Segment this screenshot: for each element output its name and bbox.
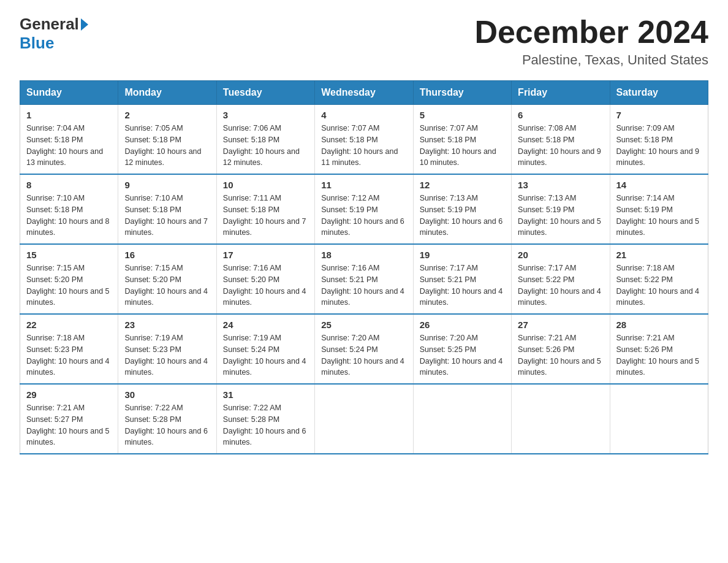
calendar-cell: 25Sunrise: 7:20 AMSunset: 5:24 PMDayligh… [315, 314, 413, 384]
day-number: 26 [420, 320, 505, 330]
day-info: Sunrise: 7:21 AMSunset: 5:26 PMDaylight:… [518, 332, 603, 378]
day-number: 31 [223, 389, 308, 400]
day-info: Sunrise: 7:09 AMSunset: 5:18 PMDaylight:… [616, 123, 702, 169]
day-info: Sunrise: 7:21 AMSunset: 5:27 PMDaylight:… [26, 402, 112, 448]
month-title: December 2024 [474, 15, 708, 50]
day-number: 21 [616, 250, 702, 260]
calendar-cell: 22Sunrise: 7:18 AMSunset: 5:23 PMDayligh… [20, 314, 118, 384]
calendar-cell: 28Sunrise: 7:21 AMSunset: 5:26 PMDayligh… [610, 314, 708, 384]
day-info: Sunrise: 7:13 AMSunset: 5:19 PMDaylight:… [420, 193, 505, 239]
day-info: Sunrise: 7:10 AMSunset: 5:18 PMDaylight:… [124, 193, 210, 239]
day-info: Sunrise: 7:08 AMSunset: 5:18 PMDaylight:… [518, 123, 603, 169]
week-row-1: 8Sunrise: 7:10 AMSunset: 5:18 PMDaylight… [20, 174, 708, 244]
day-info: Sunrise: 7:17 AMSunset: 5:21 PMDaylight:… [420, 262, 505, 308]
day-number: 10 [223, 180, 308, 190]
day-info: Sunrise: 7:11 AMSunset: 5:18 PMDaylight:… [223, 193, 308, 239]
page-header: General Blue December 2024 Palestine, Te… [20, 15, 708, 68]
calendar-cell: 14Sunrise: 7:14 AMSunset: 5:19 PMDayligh… [610, 174, 708, 244]
day-number: 3 [223, 110, 308, 120]
day-info: Sunrise: 7:15 AMSunset: 5:20 PMDaylight:… [124, 262, 210, 308]
calendar-table: SundayMondayTuesdayWednesdayThursdayFrid… [20, 80, 708, 454]
calendar-cell [610, 384, 708, 454]
calendar-cell: 9Sunrise: 7:10 AMSunset: 5:18 PMDaylight… [118, 174, 216, 244]
calendar-cell: 16Sunrise: 7:15 AMSunset: 5:20 PMDayligh… [118, 244, 216, 314]
day-info: Sunrise: 7:22 AMSunset: 5:28 PMDaylight:… [223, 402, 308, 448]
week-row-0: 1Sunrise: 7:04 AMSunset: 5:18 PMDaylight… [20, 105, 708, 175]
week-row-4: 29Sunrise: 7:21 AMSunset: 5:27 PMDayligh… [20, 384, 708, 454]
day-number: 6 [518, 110, 603, 120]
calendar-cell: 21Sunrise: 7:18 AMSunset: 5:22 PMDayligh… [610, 244, 708, 314]
calendar-cell: 4Sunrise: 7:07 AMSunset: 5:18 PMDaylight… [315, 105, 413, 175]
calendar-cell: 24Sunrise: 7:19 AMSunset: 5:24 PMDayligh… [216, 314, 314, 384]
calendar-cell: 29Sunrise: 7:21 AMSunset: 5:27 PMDayligh… [20, 384, 118, 454]
header-sunday: Sunday [20, 81, 118, 105]
day-info: Sunrise: 7:16 AMSunset: 5:21 PMDaylight:… [321, 262, 406, 308]
day-number: 1 [26, 110, 112, 120]
day-info: Sunrise: 7:22 AMSunset: 5:28 PMDaylight:… [124, 402, 210, 448]
day-info: Sunrise: 7:04 AMSunset: 5:18 PMDaylight:… [26, 123, 112, 169]
day-number: 23 [124, 320, 210, 330]
day-info: Sunrise: 7:12 AMSunset: 5:19 PMDaylight:… [321, 193, 406, 239]
calendar-cell: 31Sunrise: 7:22 AMSunset: 5:28 PMDayligh… [216, 384, 314, 454]
day-number: 9 [124, 180, 210, 190]
day-number: 19 [420, 250, 505, 260]
day-number: 4 [321, 110, 406, 120]
calendar-body: 1Sunrise: 7:04 AMSunset: 5:18 PMDaylight… [20, 105, 708, 454]
day-number: 5 [420, 110, 505, 120]
day-number: 27 [518, 320, 603, 330]
day-info: Sunrise: 7:19 AMSunset: 5:23 PMDaylight:… [124, 332, 210, 378]
calendar-header: SundayMondayTuesdayWednesdayThursdayFrid… [20, 81, 708, 105]
calendar-cell: 10Sunrise: 7:11 AMSunset: 5:18 PMDayligh… [216, 174, 314, 244]
day-info: Sunrise: 7:15 AMSunset: 5:20 PMDaylight:… [26, 262, 112, 308]
calendar-cell: 3Sunrise: 7:06 AMSunset: 5:18 PMDaylight… [216, 105, 314, 175]
header-tuesday: Tuesday [216, 81, 314, 105]
day-info: Sunrise: 7:10 AMSunset: 5:18 PMDaylight:… [26, 193, 112, 239]
day-number: 2 [124, 110, 210, 120]
day-info: Sunrise: 7:06 AMSunset: 5:18 PMDaylight:… [223, 123, 308, 169]
day-number: 13 [518, 180, 603, 190]
day-number: 15 [26, 250, 112, 260]
calendar-cell: 8Sunrise: 7:10 AMSunset: 5:18 PMDaylight… [20, 174, 118, 244]
calendar-cell: 5Sunrise: 7:07 AMSunset: 5:18 PMDaylight… [413, 105, 511, 175]
day-number: 16 [124, 250, 210, 260]
calendar-cell: 26Sunrise: 7:20 AMSunset: 5:25 PMDayligh… [413, 314, 511, 384]
day-number: 22 [26, 320, 112, 330]
calendar-cell: 1Sunrise: 7:04 AMSunset: 5:18 PMDaylight… [20, 105, 118, 175]
day-info: Sunrise: 7:21 AMSunset: 5:26 PMDaylight:… [616, 332, 702, 378]
header-thursday: Thursday [413, 81, 511, 105]
day-number: 8 [26, 180, 112, 190]
logo-arrow-icon [81, 18, 88, 31]
week-row-2: 15Sunrise: 7:15 AMSunset: 5:20 PMDayligh… [20, 244, 708, 314]
logo: General Blue [20, 15, 88, 53]
day-number: 25 [321, 320, 406, 330]
day-number: 17 [223, 250, 308, 260]
day-info: Sunrise: 7:18 AMSunset: 5:22 PMDaylight:… [616, 262, 702, 308]
logo-blue-text: Blue [20, 34, 54, 52]
day-info: Sunrise: 7:07 AMSunset: 5:18 PMDaylight:… [321, 123, 406, 169]
day-info: Sunrise: 7:20 AMSunset: 5:25 PMDaylight:… [420, 332, 505, 378]
day-info: Sunrise: 7:20 AMSunset: 5:24 PMDaylight:… [321, 332, 406, 378]
calendar-cell: 17Sunrise: 7:16 AMSunset: 5:20 PMDayligh… [216, 244, 314, 314]
day-info: Sunrise: 7:05 AMSunset: 5:18 PMDaylight:… [124, 123, 210, 169]
day-number: 7 [616, 110, 702, 120]
calendar-cell: 13Sunrise: 7:13 AMSunset: 5:19 PMDayligh… [512, 174, 610, 244]
calendar-cell: 20Sunrise: 7:17 AMSunset: 5:22 PMDayligh… [512, 244, 610, 314]
calendar-cell: 2Sunrise: 7:05 AMSunset: 5:18 PMDaylight… [118, 105, 216, 175]
day-number: 29 [26, 389, 112, 400]
calendar-cell: 11Sunrise: 7:12 AMSunset: 5:19 PMDayligh… [315, 174, 413, 244]
calendar-cell: 27Sunrise: 7:21 AMSunset: 5:26 PMDayligh… [512, 314, 610, 384]
header-friday: Friday [512, 81, 610, 105]
calendar-cell: 15Sunrise: 7:15 AMSunset: 5:20 PMDayligh… [20, 244, 118, 314]
day-number: 30 [124, 389, 210, 400]
calendar-cell: 6Sunrise: 7:08 AMSunset: 5:18 PMDaylight… [512, 105, 610, 175]
calendar-cell: 12Sunrise: 7:13 AMSunset: 5:19 PMDayligh… [413, 174, 511, 244]
header-wednesday: Wednesday [315, 81, 413, 105]
day-number: 14 [616, 180, 702, 190]
day-number: 24 [223, 320, 308, 330]
calendar-cell [512, 384, 610, 454]
calendar-cell: 7Sunrise: 7:09 AMSunset: 5:18 PMDaylight… [610, 105, 708, 175]
day-number: 12 [420, 180, 505, 190]
day-info: Sunrise: 7:13 AMSunset: 5:19 PMDaylight:… [518, 193, 603, 239]
day-info: Sunrise: 7:14 AMSunset: 5:19 PMDaylight:… [616, 193, 702, 239]
day-info: Sunrise: 7:18 AMSunset: 5:23 PMDaylight:… [26, 332, 112, 378]
